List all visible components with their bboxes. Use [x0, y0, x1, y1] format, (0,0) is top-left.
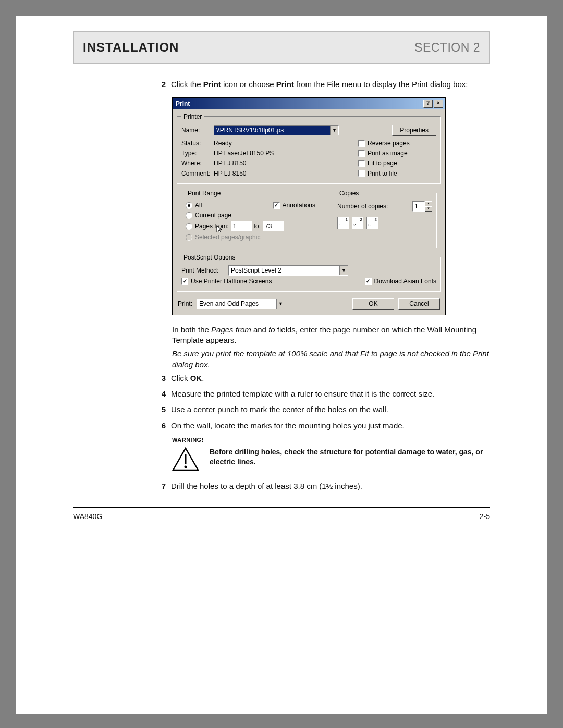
warning-block: WARNING! Before drilling holes, check th… — [172, 436, 490, 474]
warning-icon — [172, 447, 199, 474]
print-filter-combo[interactable]: Even and Odd Pages ▼ — [197, 299, 285, 309]
footer-rule — [73, 507, 490, 508]
close-icon[interactable]: × — [434, 100, 443, 108]
print-range-group: Print Range All ✓Annotations Current pag… — [181, 189, 320, 248]
chevron-down-icon[interactable]: ▼ — [330, 126, 338, 135]
copies-group: Copies Number of copies: ▲▼ 11 22 33 — [333, 189, 437, 248]
pages-from-input[interactable] — [231, 221, 252, 231]
note-scale: Be sure you print the template at 100% s… — [172, 349, 490, 370]
pages-to-input[interactable] — [263, 221, 284, 231]
print-as-image-checkbox[interactable] — [358, 150, 365, 157]
warning-label: WARNING! — [172, 436, 490, 444]
section-header: INSTALLATION SECTION 2 — [73, 31, 490, 64]
printer-legend: Printer — [181, 113, 204, 121]
status-label: Status: — [181, 139, 214, 147]
chevron-down-icon[interactable]: ▼ — [339, 266, 348, 275]
header-right: SECTION 2 — [414, 40, 480, 56]
print-method-label: Print Method: — [181, 266, 228, 275]
print-method-combo[interactable]: PostScript Level 2 ▼ — [228, 265, 348, 276]
print-dialog: Print ? × Printer Name: \\PRNTSRV1\b1flp… — [172, 97, 446, 315]
document-page: INSTALLATION SECTION 2 2 Click the Print… — [16, 16, 547, 714]
properties-button[interactable]: Properties — [392, 125, 436, 136]
copies-spinner[interactable]: ▲▼ — [412, 201, 432, 212]
cursor-icon — [216, 225, 224, 232]
copies-input[interactable] — [412, 201, 425, 212]
page-footer: WA840G 2-5 — [73, 512, 490, 522]
header-left: INSTALLATION — [83, 39, 179, 56]
ps-legend: PostScript Options — [181, 253, 237, 262]
help-icon[interactable]: ? — [423, 100, 433, 108]
step-5: 5Use a center punch to mark the center o… — [156, 404, 490, 415]
step-number: 2 — [156, 79, 171, 90]
type-label: Type: — [181, 149, 214, 157]
comment-value: HP LJ 8150 — [214, 169, 247, 178]
selected-pages-radio — [186, 234, 192, 241]
type-value: HP LaserJet 8150 PS — [214, 149, 274, 157]
asian-fonts-checkbox[interactable]: ✓ — [365, 278, 372, 285]
step-3: 3 Click OK. — [156, 373, 490, 384]
pages-from-radio[interactable] — [186, 223, 192, 230]
copies-legend: Copies — [337, 189, 361, 198]
footer-left: WA840G — [73, 512, 102, 522]
all-radio[interactable] — [186, 202, 192, 209]
reverse-pages-checkbox[interactable] — [358, 140, 365, 147]
comment-label: Comment: — [181, 169, 214, 178]
where-value: HP LJ 8150 — [214, 159, 247, 167]
print-filter-label: Print: — [178, 300, 192, 308]
footer-right: 2-5 — [480, 512, 490, 522]
step-6: 6On the wall, locate the marks for the m… — [156, 421, 490, 431]
current-page-radio[interactable] — [186, 212, 192, 219]
collate-icon: 11 22 33 — [337, 217, 432, 229]
chevron-down-icon[interactable]: ▼ — [276, 299, 285, 309]
warning-text: Before drilling holes, check the structu… — [210, 447, 490, 467]
spinner-down-icon[interactable]: ▼ — [425, 206, 432, 212]
halftone-checkbox[interactable]: ✓ — [181, 278, 188, 285]
printer-group: Printer Name: \\PRNTSRV1\b1flp01.ps ▼ Pr… — [177, 113, 441, 184]
spinner-up-icon[interactable]: ▲ — [425, 201, 432, 206]
where-label: Where: — [181, 159, 214, 167]
printer-name-combo[interactable]: \\PRNTSRV1\b1flp01.ps ▼ — [214, 125, 339, 135]
fit-to-page-checkbox[interactable] — [358, 160, 365, 167]
annotations-checkbox[interactable]: ✓ — [273, 202, 280, 209]
print-to-file-checkbox[interactable] — [358, 170, 365, 177]
status-value: Ready — [214, 139, 232, 147]
note-pages-from: In both the Pages from and to fields, en… — [172, 325, 490, 346]
name-label: Name: — [181, 126, 214, 134]
step-body: Click the Print icon or choose Print fro… — [171, 79, 490, 90]
step-4: 4Measure the printed template with a rul… — [156, 389, 490, 399]
cancel-button[interactable]: Cancel — [398, 298, 440, 310]
step-7: 7Drill the holes to a depth of at least … — [156, 481, 490, 491]
step-2: 2 Click the Print icon or choose Print f… — [156, 79, 490, 90]
postscript-group: PostScript Options Print Method: PostScr… — [177, 253, 441, 292]
ok-button[interactable]: OK — [352, 298, 394, 310]
dialog-title-bar: Print ? × — [173, 98, 445, 109]
dialog-title: Print — [176, 100, 190, 108]
svg-point-1 — [185, 465, 187, 468]
range-legend: Print Range — [186, 189, 223, 198]
